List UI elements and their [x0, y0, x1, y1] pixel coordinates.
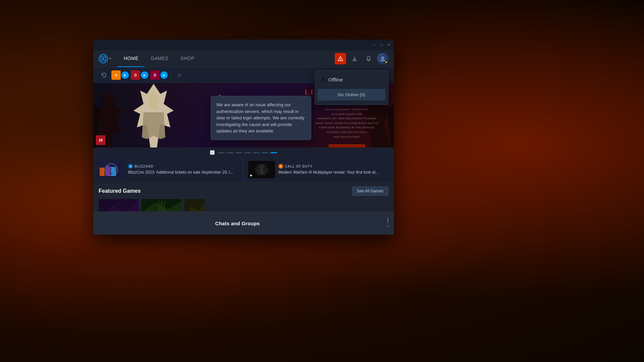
- overwatch-icon[interactable]: ⊙: [111, 70, 121, 80]
- maximize-button[interactable]: □: [379, 43, 384, 47]
- status-indicator: [385, 61, 388, 64]
- carousel-dot-2[interactable]: [235, 152, 242, 153]
- close-button[interactable]: ×: [386, 43, 391, 47]
- see-all-games-button[interactable]: See All Games: [352, 186, 388, 196]
- svg-point-6: [340, 60, 341, 60]
- game-card-2-art: [142, 199, 182, 212]
- offline-header: ⚠ Offline: [315, 73, 388, 87]
- chats-panel: Chats and Groups |→: [93, 212, 394, 235]
- svg-text:⊙: ⊙: [115, 73, 117, 77]
- diablo2-icon[interactable]: D: [150, 70, 160, 80]
- game-card-3-art: [184, 199, 205, 212]
- svg-rect-22: [260, 169, 263, 174]
- app-window: − □ × ▾ HOME GAMES SHOP: [93, 40, 394, 235]
- user-menu[interactable]: ⚠ Offline Go Online (0): [377, 53, 388, 64]
- alert-icon-button[interactable]: [335, 53, 346, 64]
- carousel-dot-5[interactable]: [262, 152, 268, 153]
- go-online-button[interactable]: Go Online (0): [318, 89, 385, 101]
- news-card-blizzcon[interactable]: ⊙ B BLIZZARD BlizzCon 2023: Additional t…: [93, 158, 244, 182]
- download-icon: [352, 56, 358, 62]
- notifications-button[interactable]: [363, 53, 374, 64]
- favorites-button[interactable]: ☆: [175, 70, 184, 80]
- diablo2-play-button[interactable]: ▶: [160, 71, 168, 79]
- diablo2-game-group: D ▶: [150, 70, 168, 80]
- featured-games-title: Featured Games: [99, 188, 141, 194]
- history-icon: [101, 72, 107, 78]
- carousel-dot-3[interactable]: [244, 152, 251, 153]
- bell-icon: [366, 56, 372, 62]
- nav-links: HOME GAMES SHOP: [118, 50, 335, 67]
- cod-brand-name: CALL OF DUTY: [285, 165, 313, 168]
- offline-status-label: Offline: [328, 77, 343, 82]
- warning-icon: ⚠: [320, 76, 326, 83]
- carousel-dot-4[interactable]: [253, 152, 260, 153]
- title-bar: − □ ×: [93, 40, 394, 50]
- svg-point-3: [102, 58, 104, 60]
- video-play-icon: ▶: [249, 173, 254, 178]
- nav-bar: ▾ HOME GAMES SHOP: [93, 50, 394, 67]
- news-brand-cod: C CALL OF DUTY: [278, 164, 379, 169]
- blizzcon-thumbnail: ⊙: [98, 161, 125, 178]
- blizzcon-news-title: BlizzCon 2023: Additional tickets on sal…: [128, 170, 233, 175]
- svg-text:D: D: [134, 73, 137, 77]
- carousel-pause-button[interactable]: ⏸: [210, 150, 215, 155]
- news-card-cod[interactable]: ▶ C CALL OF DUTY Modern Warfare III Mult…: [244, 158, 394, 182]
- blizzard-brand-name: BLIZZARD: [135, 165, 153, 168]
- news-info-cod: C CALL OF DUTY Modern Warfare III Multip…: [278, 164, 379, 175]
- blizzard-brand-icon: B: [128, 164, 133, 169]
- overwatch-play-button[interactable]: ▶: [121, 71, 129, 79]
- game-card-3[interactable]: [184, 199, 205, 212]
- hero-features: FACE MALIGNANT MONSTERSIN A NEW QUESTLIN…: [313, 107, 380, 139]
- game-card-2[interactable]: [142, 199, 182, 212]
- svg-point-21: [260, 165, 264, 169]
- age-rating-badge: 18: [96, 135, 105, 145]
- carousel-dot-0[interactable]: [218, 152, 225, 153]
- center-character-svg: [120, 84, 187, 147]
- download-button[interactable]: [349, 53, 360, 64]
- game-card-1-art: [99, 199, 139, 212]
- svg-text:D: D: [154, 73, 156, 77]
- news-thumb-blizzcon: ⊙: [98, 161, 125, 178]
- carousel-dot-1[interactable]: [227, 152, 233, 153]
- news-section: ⊙ B BLIZZARD BlizzCon 2023: Additional t…: [93, 158, 394, 182]
- chats-expand-button[interactable]: |→: [382, 212, 394, 235]
- carousel-dot-6[interactable]: [270, 152, 277, 153]
- chats-and-groups-button[interactable]: Chats and Groups: [93, 212, 382, 235]
- nav-actions: ⚠ Offline Go Online (0): [335, 53, 388, 64]
- overwatch-game-group: ⊙ ▶: [111, 70, 129, 80]
- nav-home-link[interactable]: HOME: [118, 50, 145, 67]
- hero-content: A NEW FORM OF LILITH'S CORRUPTION SPREAD…: [313, 98, 380, 147]
- cod-news-title: Modern Warfare III Multiplayer reveal: Y…: [278, 170, 379, 175]
- logo-button[interactable]: ▾: [99, 54, 111, 63]
- featured-games-section: Featured Games See All Games: [93, 182, 394, 212]
- play-now-button[interactable]: PLAY NOW: [329, 144, 365, 147]
- alert-icon: [337, 56, 343, 62]
- back-button[interactable]: [99, 70, 109, 80]
- diablo-game-group: D ▶: [131, 70, 148, 80]
- notification-tooltip: We are aware of an issue affecting our a…: [211, 96, 311, 140]
- svg-rect-17: [100, 168, 105, 176]
- offline-dropdown: ⚠ Offline Go Online (0): [315, 70, 388, 105]
- toolbar-divider: [171, 71, 171, 79]
- cod-brand-icon: C: [278, 164, 283, 169]
- game-cards-list: [99, 199, 388, 212]
- minimize-button[interactable]: −: [372, 43, 376, 47]
- logo-chevron-icon: ▾: [109, 57, 111, 60]
- diablo-play-button[interactable]: ▶: [141, 71, 148, 79]
- game-card-1[interactable]: [99, 199, 139, 212]
- diablo-icon[interactable]: D: [131, 70, 140, 80]
- news-thumb-cod: ▶: [248, 161, 275, 178]
- news-info-blizzcon: B BLIZZARD BlizzCon 2023: Additional tic…: [128, 164, 233, 175]
- featured-header: Featured Games See All Games: [99, 186, 388, 196]
- battlenet-logo-icon: [99, 54, 108, 63]
- nav-games-link[interactable]: GAMES: [145, 50, 174, 67]
- notification-message: We are aware of an issue affecting our a…: [216, 102, 305, 133]
- nav-shop-link[interactable]: SHOP: [174, 50, 201, 67]
- expand-icon: |→: [384, 217, 391, 229]
- svg-rect-19: [111, 167, 116, 176]
- news-brand-blizzcon: B BLIZZARD: [128, 164, 233, 169]
- svg-rect-18: [105, 166, 110, 176]
- avatar: [377, 53, 388, 64]
- carousel-controls: ⏸: [93, 147, 394, 158]
